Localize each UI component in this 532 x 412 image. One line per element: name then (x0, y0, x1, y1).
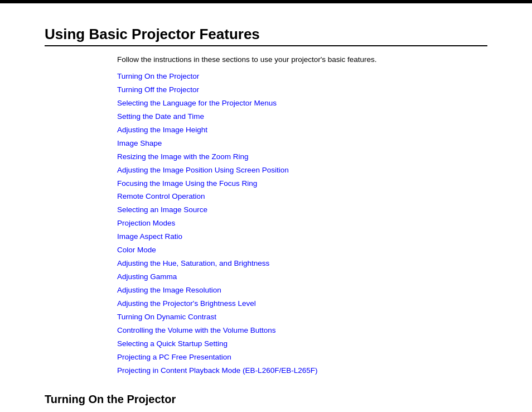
toc-link-15[interactable]: Adjusting Gamma (117, 271, 487, 284)
toc-link-3[interactable]: Setting the Date and Time (117, 111, 487, 123)
toc-link-21[interactable]: Projecting a PC Free Presentation (117, 351, 487, 364)
toc-link-12[interactable]: Image Aspect Ratio (117, 231, 487, 243)
top-border (0, 0, 532, 3)
subsection-title: Turning On the Projector (45, 393, 487, 406)
toc-link-5[interactable]: Image Shape (117, 137, 487, 150)
page-content: Using Basic Projector Features Follow th… (0, 3, 532, 412)
toc-link-18[interactable]: Turning On Dynamic Contrast (117, 311, 487, 324)
page-title: Using Basic Projector Features (45, 26, 487, 46)
toc-link-6[interactable]: Resizing the Image with the Zoom Ring (117, 151, 487, 164)
toc-link-13[interactable]: Color Mode (117, 244, 487, 257)
toc-link-2[interactable]: Selecting the Language for the Projector… (117, 97, 487, 110)
toc-link-14[interactable]: Adjusting the Hue, Saturation, and Brigh… (117, 257, 487, 270)
toc-link-22[interactable]: Projecting in Content Playback Mode (EB-… (117, 365, 487, 377)
toc-link-0[interactable]: Turning On the Projector (117, 70, 487, 83)
toc-link-19[interactable]: Controlling the Volume with the Volume B… (117, 324, 487, 337)
toc-link-8[interactable]: Focusing the Image Using the Focus Ring (117, 178, 487, 190)
toc-link-7[interactable]: Adjusting the Image Position Using Scree… (117, 164, 487, 177)
toc-link-9[interactable]: Remote Control Operation (117, 190, 487, 203)
toc-link-11[interactable]: Projection Modes (117, 217, 487, 230)
toc-link-4[interactable]: Adjusting the Image Height (117, 124, 487, 137)
toc-link-17[interactable]: Adjusting the Projector's Brightness Lev… (117, 298, 487, 310)
intro-text: Follow the instructions in these section… (117, 55, 487, 64)
toc-link-20[interactable]: Selecting a Quick Startup Setting (117, 338, 487, 351)
toc-link-10[interactable]: Selecting an Image Source (117, 204, 487, 217)
toc-link-1[interactable]: Turning Off the Projector (117, 84, 487, 97)
toc-links: Turning On the ProjectorTurning Off the … (117, 70, 487, 377)
toc-link-16[interactable]: Adjusting the Image Resolution (117, 284, 487, 297)
